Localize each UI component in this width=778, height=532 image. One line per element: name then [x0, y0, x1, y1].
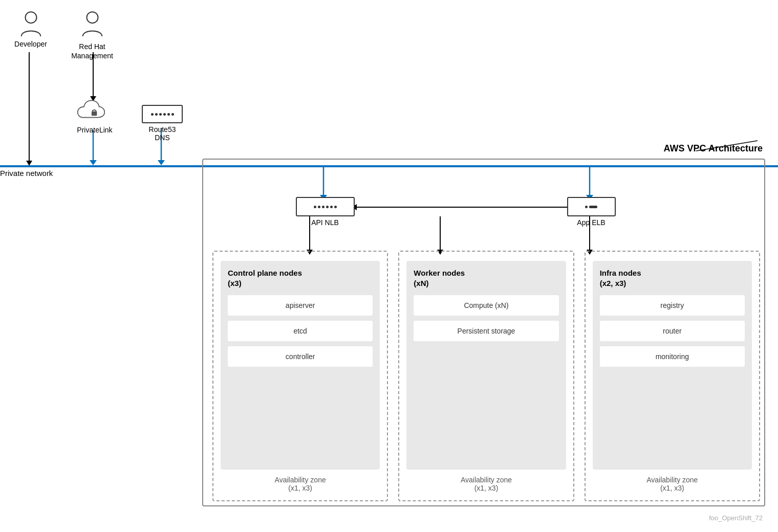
route53-area: Route53DNS: [139, 105, 185, 142]
cloud-icon: [77, 98, 113, 124]
watermark: foo_OpenShift_72: [709, 514, 763, 522]
privatelink-area: PrivateLink: [69, 98, 120, 134]
node-compute: Compute (xN): [414, 295, 558, 316]
worker-title: Worker nodes(xN): [414, 268, 558, 288]
redhat-label: Red HatManagement: [71, 42, 113, 60]
control-plane-nodes-box: Control plane nodes(x3) apiserver etcd c…: [221, 261, 380, 470]
route53-box: [142, 105, 183, 123]
infra-nodes-box: Infra nodes(x2, x3) registry router moni…: [593, 261, 752, 470]
az-container: Control plane nodes(x3) apiserver etcd c…: [212, 251, 760, 501]
developer-label: Developer: [14, 40, 47, 48]
az-cp-label: Availability zone(x1, x3): [275, 476, 326, 492]
node-router: router: [600, 321, 745, 341]
apinlb-area: API NLB: [292, 197, 358, 227]
az-control-plane: Control plane nodes(x3) apiserver etcd c…: [212, 251, 388, 501]
control-plane-title: Control plane nodes(x3): [228, 268, 373, 288]
appelb-label: App ELB: [577, 218, 605, 227]
appelb-box: [567, 197, 616, 216]
svg-point-24: [87, 12, 98, 23]
infra-title: Infra nodes(x2, x3): [600, 268, 745, 288]
svg-rect-25: [92, 111, 97, 116]
private-network-label: Private network: [0, 169, 53, 178]
appelb-area: App ELB: [563, 197, 619, 227]
node-monitoring: monitoring: [600, 346, 745, 367]
az-infra-label: Availability zone(x1, x3): [646, 476, 698, 492]
apinlb-label: API NLB: [311, 218, 339, 227]
aws-vpc-label: AWS VPC Architecture: [664, 143, 763, 154]
redhat-icon: [78, 10, 106, 40]
node-apiserver: apiserver: [228, 295, 373, 316]
privatelink-label: PrivateLink: [77, 126, 112, 134]
node-etcd: etcd: [228, 321, 373, 341]
route53-dots: [151, 113, 174, 116]
route53-label: Route53DNS: [149, 125, 176, 142]
worker-nodes-box: Worker nodes(xN) Compute (xN) Persistent…: [406, 261, 566, 470]
az-worker-label: Availability zone(x1, x3): [461, 476, 512, 492]
actor-developer: Developer: [10, 10, 51, 48]
developer-icon: [17, 10, 45, 40]
svg-marker-8: [158, 160, 165, 165]
apinlb-box: [296, 197, 355, 216]
svg-marker-6: [90, 160, 97, 165]
az-infra: Infra nodes(x2, x3) registry router moni…: [585, 251, 760, 501]
node-persistent-storage: Persistent storage: [414, 321, 558, 341]
az-worker: Worker nodes(xN) Compute (xN) Persistent…: [398, 251, 574, 501]
actor-redhat: Red HatManagement: [67, 10, 118, 60]
node-controller: controller: [228, 346, 373, 367]
diagram-container: Developer Red HatManagement PrivateLink …: [0, 0, 778, 532]
apinlb-dots: [314, 206, 337, 208]
node-registry: registry: [600, 295, 745, 316]
appelb-dots: [585, 206, 597, 208]
svg-point-23: [25, 12, 36, 23]
svg-marker-2: [26, 161, 32, 166]
